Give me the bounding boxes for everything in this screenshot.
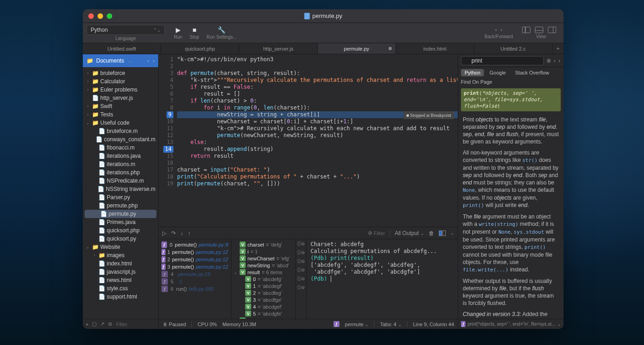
folder-Swift[interactable]: ›📁Swift — [83, 102, 158, 110]
minimize-window-button[interactable] — [98, 13, 103, 19]
file-quicksort-php[interactable]: 📄quicksort.php — [83, 226, 158, 235]
file-permute-py[interactable]: 📄permute.py — [85, 210, 156, 218]
file-javascript-js[interactable]: 📄javascript.js — [83, 268, 158, 276]
sidebar-back-button[interactable]: ‹ — [148, 58, 150, 63]
variable-row[interactable]: V0 = 'abcdefg' — [233, 276, 293, 282]
call-stack[interactable]: ƒ0 permute() permute.py:9ƒ1 permute() pe… — [159, 239, 231, 319]
toggle-highlight-button[interactable]: ◉ — [563, 58, 564, 64]
sidebar-path-selector[interactable]: 📁 Documents ⌄ ‹ › — [83, 54, 158, 67]
file-NSString-traverse-m[interactable]: 📄NSString traverse.m — [83, 185, 158, 193]
variable-row[interactable]: Vcharset = 'defg' — [233, 241, 293, 248]
sidebar-filter-input[interactable]: Filter — [116, 322, 127, 327]
line-gutter[interactable]: 12345678910111213141516171819 — [159, 54, 177, 227]
variable-row[interactable]: V2 = 'abcdfeg' — [233, 289, 293, 296]
stack-frame[interactable]: ƒ6 run() bdb.py:580 — [161, 285, 228, 293]
folder-Website[interactable]: ⌄📁Website — [83, 243, 158, 251]
stack-frame[interactable]: ƒ3 permute() permute.py:12 — [161, 263, 228, 270]
file-quicksort-py[interactable]: 📄quicksort.py — [83, 235, 158, 243]
file-fibonacci-m[interactable]: 📄fibonacci.m — [83, 144, 158, 152]
tab-quicksort-php[interactable]: quicksort.php — [161, 43, 239, 54]
doc-source-python[interactable]: Python — [461, 69, 484, 76]
tab-Untitled-swift[interactable]: Untitled.swift — [83, 43, 161, 54]
code-area[interactable]: ■ Stopped at Breakpoint"k-cm">#!/usr/bin… — [177, 54, 458, 227]
find-on-page-button[interactable]: Find On Page — [458, 78, 564, 86]
clear-search-button[interactable]: ⊗ — [546, 58, 551, 64]
stack-frame[interactable]: ƒ2 permute() permute.py:12 — [161, 256, 228, 263]
language-select[interactable]: Python⌃⌄ — [86, 25, 165, 35]
pause-indicator[interactable]: ⏸ Paused — [162, 322, 186, 327]
toggle-right-panel-button[interactable] — [548, 27, 556, 33]
folder-Euler-problems[interactable]: ›📁Euler problems — [83, 86, 158, 94]
stack-frame[interactable]: ƒ1 permute() permute.py:12 — [161, 248, 228, 256]
doc-source-google[interactable]: Google — [486, 69, 509, 76]
console-layout-button[interactable] — [439, 230, 446, 236]
search-next-button[interactable]: › — [558, 58, 560, 64]
step-into-button[interactable]: ↓ — [180, 230, 183, 236]
file-NSPredicate-m[interactable]: 📄NSPredicate.m — [83, 177, 158, 185]
reveal-button[interactable]: ↗ — [100, 321, 104, 327]
file-index-html[interactable]: 📄index.html — [83, 259, 158, 268]
variable-row[interactable]: V1 = 'abcdegf' — [233, 282, 293, 289]
clear-console-button[interactable]: 🗑 — [429, 230, 434, 236]
variable-row[interactable]: V5 = 'abcdgfe' — [233, 310, 293, 317]
file-support-html[interactable]: 📄support.html — [83, 293, 158, 301]
tab-permute-py[interactable]: permute.py✲ — [318, 43, 396, 54]
doc-breadcrumb[interactable]: ƒ print(*objects, sep=' ', end='\n', fil… — [458, 319, 564, 329]
file-bruteforce-m[interactable]: 📄bruteforce.m — [83, 127, 158, 135]
file-http_server-js[interactable]: 📄http_server.js — [83, 94, 158, 102]
doc-source-stack-overflow[interactable]: Stack Overflow — [512, 69, 553, 76]
folder-bruteforce[interactable]: ›📁bruteforce — [83, 69, 158, 77]
tab-http_server-js[interactable]: http_server.js — [239, 43, 317, 54]
nav-back-button[interactable]: ‹ — [495, 27, 497, 33]
run-settings-button[interactable]: 🔧Run Settings... — [207, 26, 237, 40]
tab-width-select[interactable]: Tabs: 4 ⌄ — [380, 322, 402, 327]
file-conways_constant-m[interactable]: 📄conways_constant.m — [83, 135, 158, 144]
file-iterations-php[interactable]: 📄iterations.php — [83, 168, 158, 177]
file-style-css[interactable]: 📄style.css — [83, 284, 158, 293]
folder-images[interactable]: ›📁images — [83, 251, 158, 259]
file-Primes-java[interactable]: 📄Primes.java — [83, 218, 158, 226]
debug-console[interactable]: Charset: abcdefgCalculating permutations… — [307, 239, 458, 319]
toggle-bottom-panel-button[interactable] — [535, 27, 543, 33]
new-tab-button[interactable]: + — [552, 43, 564, 54]
variable-row[interactable]: V3 = 'abcdfge' — [233, 296, 293, 303]
zoom-window-button[interactable] — [107, 13, 112, 19]
variable-row[interactable]: ⌄Vresult = 6 items — [233, 269, 293, 276]
file-news-html[interactable]: 📄news.html — [83, 276, 158, 284]
close-window-button[interactable] — [88, 13, 94, 19]
current-function-select[interactable]: permute ⌄ — [345, 322, 368, 327]
file-Parser-py[interactable]: 📄Parser.py — [83, 193, 158, 201]
variable-row[interactable]: Vi = 1 — [233, 248, 293, 255]
step-over-button[interactable]: ↷ — [171, 230, 176, 236]
file-permute-php[interactable]: 📄permute.php — [83, 201, 158, 210]
stack-frame[interactable]: ƒ5 :1 — [161, 278, 228, 285]
run-button[interactable]: ▶Run — [174, 26, 182, 40]
folder-Tests[interactable]: ›📁Tests — [83, 110, 158, 119]
new-file-button[interactable]: + — [86, 322, 88, 327]
stack-frame[interactable]: ƒ4 permute.py:19 — [161, 270, 228, 278]
variable-row[interactable]: V4 = 'abcdgef' — [233, 303, 293, 310]
variable-row[interactable]: VnewString = 'abcd' — [233, 262, 293, 269]
debug-filter-input[interactable]: Filter — [374, 230, 385, 236]
file-iterations-m[interactable]: 📄iterations.m — [83, 160, 158, 168]
output-scope-select[interactable]: All Output ⌄ — [395, 230, 424, 236]
folder-Calculator[interactable]: ›📁Calculator — [83, 77, 158, 86]
tab-index-html[interactable]: index.html — [396, 43, 474, 54]
doc-search-input[interactable] — [461, 56, 544, 65]
nav-forward-button[interactable]: › — [500, 27, 502, 33]
sidebar-forward-button[interactable]: › — [153, 58, 155, 63]
file-tree[interactable]: ›📁bruteforce›📁Calculator›📁Euler problems… — [83, 67, 158, 319]
folder-Useful-code[interactable]: ⌄📁Useful code — [83, 119, 158, 127]
variable-row[interactable]: VnewCharset = 'efg' — [233, 255, 293, 262]
doc-body[interactable]: Print objects to the text stream file, s… — [458, 114, 564, 319]
search-prev-button[interactable]: ‹ — [554, 58, 556, 64]
tab-Untitled-2-c[interactable]: Untitled 2.c — [474, 43, 552, 54]
step-out-button[interactable]: ↑ — [188, 230, 190, 236]
collapse-debug-button[interactable]: ⌄ — [450, 230, 454, 236]
stop-button[interactable]: ■Stop — [190, 26, 199, 40]
stack-frame[interactable]: ƒ0 permute() permute.py:9 — [161, 241, 228, 248]
variables-panel[interactable]: Vcharset = 'defg'Vi = 1VnewCharset = 'ef… — [231, 239, 296, 319]
toggle-left-panel-button[interactable] — [522, 27, 530, 33]
code-editor[interactable]: 12345678910111213141516171819 ■ Stopped … — [159, 54, 458, 227]
file-iterations-java[interactable]: 📄iterations.java — [83, 152, 158, 160]
